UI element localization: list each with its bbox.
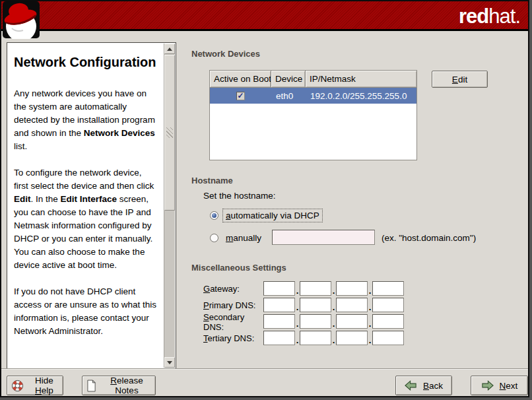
help-content: Network Configuration Any network device… xyxy=(7,43,164,368)
tertiary-dns-octet-3[interactable] xyxy=(336,331,368,345)
set-hostname-prompt: Set the hostname: xyxy=(203,191,276,201)
misc-settings-block: Gateway: . . . Primary DNS: . . . Second… xyxy=(203,281,404,347)
primary-dns-label: Primary DNS: xyxy=(203,300,263,310)
footer-separator xyxy=(1,368,528,370)
octet-separator: . xyxy=(295,286,300,296)
hide-help-button[interactable]: Hide Help xyxy=(7,376,63,395)
redhat-shadowman-logo-icon xyxy=(3,1,40,39)
installer-window: redhat. Network Configuration Any networ… xyxy=(0,0,529,397)
secondary-dns-octets: . . . xyxy=(263,314,404,329)
tertiary-dns-octet-2[interactable] xyxy=(300,331,331,345)
misc-settings-section-label: Miscellaneous Settings xyxy=(191,263,286,273)
network-devices-section-label: Network Devices xyxy=(191,49,260,59)
gateway-octet-1[interactable] xyxy=(263,281,295,296)
table-row-eth0[interactable]: ✓ eth0 192.0.2.0/255.255.255.0 xyxy=(210,88,416,104)
manually-label[interactable]: manually xyxy=(222,231,265,245)
octet-separator: . xyxy=(368,286,372,296)
hostname-input[interactable] xyxy=(272,230,375,245)
scrollbar-thumb[interactable] xyxy=(164,55,175,211)
active-on-boot-checkbox[interactable]: ✓ xyxy=(236,92,245,100)
life-ring-icon xyxy=(11,380,24,392)
secondary-dns-octet-1[interactable] xyxy=(263,314,295,329)
octet-separator: . xyxy=(295,302,300,313)
active-on-boot-cell: ✓ xyxy=(210,92,271,100)
back-arrow-icon xyxy=(405,380,417,391)
tertiary-dns-octet-4[interactable] xyxy=(372,331,404,345)
help-paragraph: To configure the network device, first s… xyxy=(14,166,158,272)
tertiary-dns-octet-1[interactable] xyxy=(263,331,295,345)
hostname-example-hint: (ex. "host.domain.com") xyxy=(382,233,476,243)
title-bar xyxy=(1,1,528,31)
secondary-dns-octet-4[interactable] xyxy=(372,314,404,329)
gateway-octet-2[interactable] xyxy=(300,281,331,296)
tertiary-dns-label: Tertiary DNS: xyxy=(203,333,263,343)
primary-dns-octets: . . . xyxy=(263,298,404,313)
ip-netmask-cell: 192.0.2.0/255.255.255.0 xyxy=(306,91,416,101)
octet-separator: . xyxy=(368,302,372,313)
primary-dns-octet-4[interactable] xyxy=(372,298,404,312)
scrollbar-grip-icon xyxy=(166,127,173,138)
octet-separator: . xyxy=(295,335,300,346)
wordmark-hat: hat. xyxy=(488,5,520,28)
help-paragraph: If you do not have DHCP client access or… xyxy=(14,285,158,338)
wordmark-red: red xyxy=(459,5,488,28)
device-cell: eth0 xyxy=(271,91,306,101)
tertiary-dns-row: Tertiary DNS: . . . xyxy=(203,330,404,347)
octet-separator: . xyxy=(295,319,300,329)
edit-button[interactable]: Edit xyxy=(432,71,488,88)
help-scrollbar[interactable] xyxy=(164,44,175,368)
release-notes-label: Release Notes xyxy=(102,376,151,395)
help-title: Network Configuration xyxy=(14,52,158,73)
hostname-section-label: Hostname xyxy=(191,176,233,185)
scroll-up-button[interactable] xyxy=(164,44,175,54)
gateway-octets: . . . xyxy=(263,281,404,296)
edit-button-label: Edit xyxy=(452,75,467,84)
secondary-dns-row: Secondary DNS: . . . xyxy=(203,314,404,330)
octet-separator: . xyxy=(368,319,372,329)
secondary-dns-octet-2[interactable] xyxy=(300,314,331,329)
octet-separator: . xyxy=(368,335,372,346)
gateway-octet-4[interactable] xyxy=(372,281,404,296)
redhat-wordmark: redhat. xyxy=(459,5,520,28)
hostname-auto-option[interactable]: automatically via DHCP xyxy=(210,208,323,222)
auto-dhcp-label[interactable]: automatically via DHCP xyxy=(222,209,323,222)
radio-button-selected-icon[interactable] xyxy=(210,211,218,220)
column-header-active-on-boot: Active on Boot xyxy=(210,71,271,88)
secondary-dns-octet-3[interactable] xyxy=(336,314,368,329)
help-paragraph: Any network devices you have on the syst… xyxy=(14,87,158,153)
secondary-dns-label: Secondary DNS: xyxy=(203,312,263,332)
octet-separator: . xyxy=(331,319,336,329)
next-arrow-icon xyxy=(481,380,494,391)
scroll-up-icon xyxy=(167,48,172,51)
network-devices-table: Active on Boot Device IP/Netmask ✓ eth0 … xyxy=(209,70,417,160)
tertiary-dns-octets: . . . xyxy=(263,331,404,346)
hostname-manual-option[interactable]: manually xyxy=(210,230,265,245)
octet-separator: . xyxy=(331,302,336,313)
octet-separator: . xyxy=(331,286,336,296)
document-icon xyxy=(86,380,96,392)
radio-button-icon[interactable] xyxy=(210,234,218,242)
next-label: Next xyxy=(500,381,518,391)
column-header-ip-netmask: IP/Netmask xyxy=(306,71,416,88)
scroll-down-button[interactable] xyxy=(164,357,175,368)
back-label: Back xyxy=(423,381,443,391)
gateway-octet-3[interactable] xyxy=(336,281,368,296)
column-header-device: Device xyxy=(271,71,306,88)
scroll-down-icon xyxy=(167,361,172,364)
gateway-row: Gateway: . . . xyxy=(203,281,404,297)
release-notes-button[interactable]: Release Notes xyxy=(82,376,156,395)
help-panel: Network Configuration Any network device… xyxy=(7,42,176,369)
primary-dns-row: Primary DNS: . . . xyxy=(203,297,404,314)
gateway-label: Gateway: xyxy=(203,284,263,294)
checkmark-icon: ✓ xyxy=(237,92,244,99)
table-header-row: Active on Boot Device IP/Netmask xyxy=(210,71,416,88)
hide-help-label: Hide Help xyxy=(30,376,59,395)
primary-dns-octet-1[interactable] xyxy=(263,298,295,312)
next-button[interactable]: Next xyxy=(471,376,528,395)
back-button[interactable]: Back xyxy=(395,376,452,395)
primary-dns-octet-2[interactable] xyxy=(300,298,331,312)
octet-separator: . xyxy=(331,335,336,346)
primary-dns-octet-3[interactable] xyxy=(336,298,368,312)
